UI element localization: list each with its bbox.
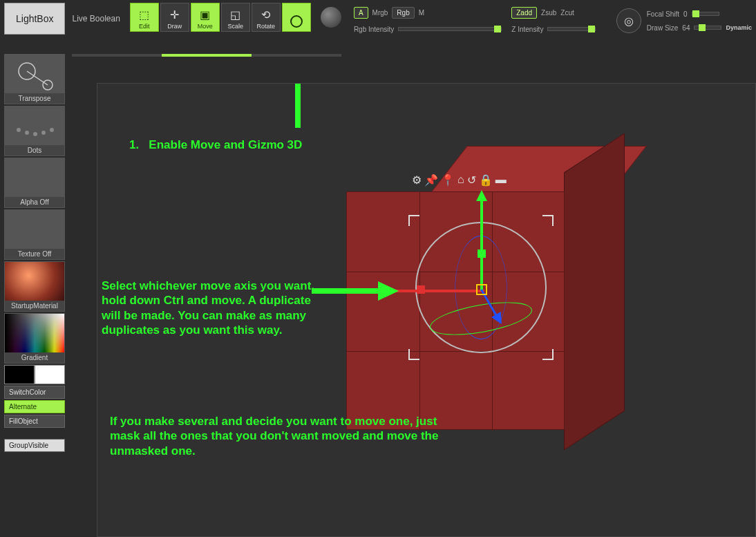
lightbox-button[interactable]: LightBox xyxy=(4,3,65,35)
svg-point-5 xyxy=(33,132,37,136)
fill-object-button[interactable]: FillObject xyxy=(4,415,65,428)
live-boolean-toggle[interactable]: Live Boolean xyxy=(69,3,122,35)
transpose-brush-slot[interactable]: Transpose xyxy=(4,54,65,104)
rotate-tool-button[interactable]: ⟲ Rotate xyxy=(252,3,281,32)
brush-controls: ◎ Focal Shift 0 Draw Size 64 Dynamic xyxy=(616,3,752,35)
gizmo-y-handle[interactable] xyxy=(478,249,486,258)
undo-icon[interactable]: ↺ xyxy=(467,173,476,187)
rotate-icon: ⟲ xyxy=(261,8,270,21)
gizmo-frame-corner[interactable] xyxy=(542,215,554,226)
draw-icon: ✛ xyxy=(170,8,179,21)
edit-tool-button[interactable]: ⬚ Edit xyxy=(130,3,159,32)
gizmo3d-tool-button[interactable] xyxy=(282,3,311,32)
move-tool-button[interactable]: ▣ Move xyxy=(191,3,220,32)
svg-point-6 xyxy=(41,131,46,135)
z-intensity-slider[interactable] xyxy=(547,27,596,31)
scale-tool-label: Scale xyxy=(228,23,244,30)
rgb-controls: A Mrgb Rgb M Rgb Intensity xyxy=(354,6,502,36)
svg-point-7 xyxy=(50,128,54,132)
gizmo-frame-corner[interactable] xyxy=(408,349,419,360)
svg-line-1 xyxy=(27,71,48,85)
material-sphere-button[interactable] xyxy=(321,7,341,28)
left-tool-panel: Transpose Dots Alpha Off Texture Off Sta… xyxy=(4,54,65,452)
gradient-swatch[interactable] xyxy=(5,314,64,352)
annotation-note: If you make several and decide you want … xyxy=(110,414,442,458)
alpha-toggle[interactable]: A xyxy=(354,7,368,19)
tool-underline xyxy=(72,54,341,57)
rgb-toggle[interactable]: Rgb xyxy=(392,7,414,19)
focal-shift-value: 0 xyxy=(683,10,688,18)
focal-shift-label: Focal Shift xyxy=(647,10,679,18)
rotate-tool-label: Rotate xyxy=(257,23,276,30)
focal-shift-slider[interactable] xyxy=(692,12,719,16)
texture-label: Texture Off xyxy=(17,249,53,259)
dots-icon xyxy=(5,106,64,145)
svg-point-3 xyxy=(17,128,21,132)
move-icon: ▣ xyxy=(200,8,210,21)
home-icon[interactable]: ⌂ xyxy=(457,173,464,187)
material-label: StartupMaterial xyxy=(10,301,59,311)
material-slot[interactable]: StartupMaterial xyxy=(4,261,65,312)
group-visible-button[interactable]: GroupVisible xyxy=(4,439,65,452)
move-tool-label: Move xyxy=(198,23,213,30)
draw-size-value: 64 xyxy=(682,24,690,32)
edit-tool-label: Edit xyxy=(139,23,150,30)
color-swatches xyxy=(4,365,65,384)
material-thumbnail xyxy=(5,262,64,301)
texture-slot[interactable]: Texture Off xyxy=(4,209,65,260)
gizmo3d-icon xyxy=(290,15,303,28)
draw-size-slider[interactable] xyxy=(694,26,721,30)
z-intensity-label: Z Intensity xyxy=(511,26,543,33)
alpha-thumbnail xyxy=(5,158,64,197)
draw-tool-label: Draw xyxy=(167,23,182,30)
gizmo-x-handle[interactable] xyxy=(417,285,425,294)
annotation-step2: Select whichever move axis you want, hol… xyxy=(102,279,330,337)
edit-mode-tools: ⬚ Edit ✛ Draw ▣ Move ◱ Scale ⟲ Rotate xyxy=(130,3,311,32)
svg-marker-13 xyxy=(378,281,399,301)
arrow-to-gizmo xyxy=(284,83,312,135)
secondary-color-swatch[interactable] xyxy=(35,365,65,384)
alpha-label: Alpha Off xyxy=(19,197,50,207)
zadd-toggle[interactable]: Zadd xyxy=(511,7,537,19)
gear-icon[interactable]: ⚙ xyxy=(412,173,422,187)
gizmo-toolbar: ⚙ 📌 📍 ⌂ ↺ 🔒 ▬ xyxy=(412,173,507,187)
transpose-icon xyxy=(5,55,64,93)
gizmo-center[interactable] xyxy=(476,284,487,295)
scale-icon: ◱ xyxy=(230,8,240,21)
gizmo-frame-corner[interactable] xyxy=(408,215,419,226)
brush-icon[interactable]: ◎ xyxy=(616,8,641,33)
marker-icon[interactable]: 📍 xyxy=(441,173,455,187)
scale-tool-button[interactable]: ◱ Scale xyxy=(221,3,250,32)
step1-number: 1. xyxy=(129,138,139,151)
mrgb-toggle[interactable]: Mrgb xyxy=(372,9,388,17)
gizmo-3d-manipulator[interactable] xyxy=(408,215,588,395)
z-controls: Zadd Zsub Zcut Z Intensity xyxy=(511,6,596,36)
transpose-label: Transpose xyxy=(17,93,53,104)
zsub-toggle[interactable]: Zsub xyxy=(541,9,556,17)
gizmo-frame-corner[interactable] xyxy=(542,349,554,360)
draw-size-label: Draw Size xyxy=(647,24,679,32)
gradient-label: Gradient xyxy=(20,352,49,363)
switch-color-button[interactable]: SwitchColor xyxy=(4,386,65,399)
alpha-slot[interactable]: Alpha Off xyxy=(4,158,65,208)
top-toolbar: LightBox Live Boolean ⬚ Edit ✛ Draw ▣ Mo… xyxy=(0,0,756,39)
alternate-button[interactable]: Alternate xyxy=(4,400,65,413)
pin-icon[interactable]: 📌 xyxy=(424,173,438,187)
dynamic-toggle[interactable]: Dynamic xyxy=(726,24,752,31)
minus-icon[interactable]: ▬ xyxy=(495,173,507,187)
step1-text: Enable Move and Gizmo 3D xyxy=(149,138,302,151)
stroke-slot[interactable]: Dots xyxy=(4,106,65,156)
rgb-intensity-slider[interactable] xyxy=(398,27,502,31)
edit-icon: ⬚ xyxy=(139,8,149,21)
arrow-to-axis xyxy=(312,277,401,305)
annotation-step1: 1. Enable Move and Gizmo 3D xyxy=(129,138,302,152)
zcut-toggle[interactable]: Zcut xyxy=(560,9,574,17)
arrow-to-move xyxy=(194,83,222,135)
m-toggle[interactable]: M xyxy=(419,9,424,17)
draw-tool-button[interactable]: ✛ Draw xyxy=(160,3,189,32)
3d-viewport[interactable]: ⚙ 📌 📍 ⌂ ↺ 🔒 ▬ 1. Enable Move and Gizmo 3… xyxy=(97,83,756,537)
main-color-swatch[interactable] xyxy=(4,365,35,384)
gizmo-y-axis[interactable] xyxy=(480,194,483,291)
color-picker[interactable]: Gradient xyxy=(4,313,65,364)
svg-point-4 xyxy=(25,131,29,135)
